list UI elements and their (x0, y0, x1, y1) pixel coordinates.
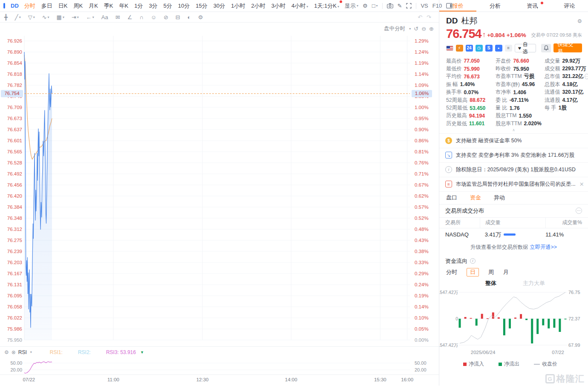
pattern-icon[interactable]: ▦▾ (57, 14, 64, 20)
period-4小时[interactable]: 4小时▾ (291, 2, 308, 10)
period-周K[interactable]: 周K (73, 2, 83, 10)
collapse-stats-icon[interactable]: ∧ (439, 128, 588, 133)
period-日K[interactable]: 日K (58, 2, 68, 10)
rsi-settings-icon[interactable]: ⚙ (4, 349, 9, 355)
fundflow-tab-周[interactable]: 周 (488, 268, 494, 276)
intraday-chart[interactable]: 76.9261.29%76.8901.24%76.8541.19%76.8181… (0, 23, 439, 346)
zoom-out-icon[interactable]: ⊖ (421, 26, 426, 32)
rsi-chart[interactable]: 50.0050.0020.0020.00 (0, 357, 439, 374)
fundflow-tab-分时[interactable]: 分时 (446, 268, 457, 276)
period-30分[interactable]: 30分 (213, 2, 225, 10)
notice-item[interactable]: ↘支持卖空 卖空参考利率 3% 卖空池剩余 171.66万股 (439, 148, 588, 163)
alert-bell-button[interactable] (541, 44, 551, 52)
period-1小时[interactable]: 1小时 (231, 2, 245, 10)
table-row[interactable]: NASDAQ3.41万11.41% (439, 228, 588, 241)
notice-item[interactable]: $支持融资 融资保证金率 50% (439, 134, 588, 148)
period-3分[interactable]: 3分 (149, 2, 157, 10)
app-icon[interactable] (3, 3, 5, 9)
volume-value: 3.41万 (485, 231, 501, 239)
period-15分[interactable]: 15分 (196, 2, 207, 10)
draw-pencil-icon[interactable]: ✎ (398, 3, 402, 9)
period-多日[interactable]: 多日 (41, 2, 52, 10)
delete-drawings-icon[interactable]: ⊟ (176, 14, 180, 20)
tab-资讯[interactable]: 资讯 (514, 0, 551, 12)
arrow-icon[interactable]: ←▾ (86, 14, 94, 20)
stat-row: 委 比-67.11% (496, 96, 545, 104)
reset-view-icon[interactable]: ↺ (414, 26, 418, 32)
svg-text:76.492: 76.492 (7, 171, 22, 176)
info-icon[interactable]: i (470, 258, 476, 264)
crosshair-icon[interactable]: ╋ (4, 14, 8, 20)
emoji-icon[interactable]: ☺ (151, 14, 156, 20)
more-icon[interactable]: ⋯ (585, 74, 588, 79)
tab-异动[interactable]: 异动 (494, 194, 505, 202)
svg-text:0.29%: 0.29% (415, 271, 429, 276)
notice-item[interactable]: ≡市场监管总局暂停对杜邦中国集团有限公司的反垄...✕ (439, 177, 588, 192)
fundflow-view-整体[interactable]: 整体 (485, 279, 496, 287)
chevron-down-icon[interactable]: ▾ (30, 350, 32, 354)
display-menu[interactable]: 显示▾ (345, 2, 358, 10)
fundflow-chart[interactable]: 1547.42万76.75072.37-1547.42万67.992025/06… (439, 289, 588, 359)
period-年K[interactable]: 年K (119, 2, 128, 10)
angle-icon[interactable]: ∠ (127, 14, 133, 20)
period-1分[interactable]: 1分 (134, 2, 143, 10)
zoom-in-icon[interactable]: ⊕ (429, 26, 434, 32)
rsi-close-icon[interactable]: ⊗ (12, 349, 16, 355)
stat-value: 76.673 (464, 74, 480, 80)
fundflow-tab-日[interactable]: 日 (467, 268, 479, 277)
compare-icon[interactable]: ◐ (187, 14, 191, 20)
tab-评论[interactable]: 评论 (551, 0, 588, 12)
period-2小时[interactable]: 2小时 (251, 2, 265, 10)
current-symbol[interactable]: DD (11, 3, 19, 9)
chart-mode-label[interactable]: 盘中分时 (384, 25, 405, 32)
rsi-label[interactable]: RSI (18, 349, 27, 355)
period-1天:1分K[interactable]: 1天:1分K▾ (314, 2, 339, 10)
text-tool-icon[interactable]: Aa (101, 14, 108, 20)
period-季K[interactable]: 季K (104, 2, 113, 10)
tab-报价[interactable]: 报价 (439, 0, 476, 12)
tab-分析[interactable]: 分析 (476, 0, 513, 12)
period-10分[interactable]: 10分 (178, 2, 190, 10)
fundflow-view-主力大单[interactable]: 主力大单 (523, 279, 545, 287)
hours-24-badge: 24 (466, 45, 473, 52)
trendline-icon[interactable]: ╱▾ (15, 14, 21, 20)
magnet-icon[interactable]: ∩ (139, 14, 143, 20)
shape-icon[interactable]: ▽▾ (28, 14, 35, 20)
tab-盘口[interactable]: 盘口 (446, 194, 457, 202)
draw-settings-icon[interactable]: ⚙ (198, 14, 203, 20)
stat-row: 昨收价75.950 (496, 65, 545, 72)
period-分时[interactable]: 分时 (24, 2, 35, 10)
close-icon[interactable]: ✕ (579, 181, 584, 187)
period-月K[interactable]: 月K (89, 2, 98, 10)
svg-text:76.058: 76.058 (7, 304, 22, 309)
legend-label: 净流入 (469, 360, 484, 368)
period-5分[interactable]: 5分 (164, 2, 172, 10)
chart-settings-icon[interactable]: ⚙ (363, 3, 368, 9)
wave-icon[interactable]: ∿▾ (42, 14, 49, 20)
layout-grid-icon[interactable]: □▾ (372, 3, 378, 9)
chart-mode-control: 盘中分时 ▾ ↺ ⊖ ⊕ (384, 25, 434, 32)
more-icon[interactable]: ⋯ (576, 207, 582, 214)
fundflow-tab-月[interactable]: 月 (503, 268, 509, 276)
panel-settings-icon[interactable]: ⚙ (577, 18, 582, 24)
quote-header: DD 杜邦 ⚙ 76.754 ↑ +0.804 +1.06% 交易中 07/22… (439, 12, 588, 53)
stat-row: 历史最低11.601 (446, 120, 496, 127)
stat-label: 开盘价 (496, 58, 511, 65)
app-root: DD 分时多日日K周K月K季K年K1分3分5分10分15分30分1小时2小时3小… (0, 0, 588, 386)
measure-icon[interactable]: ⇥▾ (72, 14, 79, 20)
stat-value: 1股 (559, 104, 567, 112)
tab-资金[interactable]: 资金 (470, 194, 481, 202)
redo-icon[interactable]: ↷ (427, 14, 431, 20)
note-icon[interactable]: ✉ (115, 14, 120, 20)
watchlist-button[interactable]: ♥自选 (515, 44, 536, 52)
screenshot-icon[interactable] (387, 3, 393, 9)
rsi-legend: RSI1:RSI2:RSI3: 53.916 (35, 349, 136, 355)
notice-item[interactable]: i除权除息日：2025/08/29 (美东) 1股派股息0.41USD (439, 163, 588, 177)
period-3小时[interactable]: 3小时 (271, 2, 285, 10)
quick-trade-button[interactable]: 快捷交易 (553, 43, 582, 52)
hide-drawings-icon[interactable]: ⊘ (164, 14, 168, 20)
undo-icon[interactable]: ↶ (418, 14, 422, 20)
upgrade-link[interactable]: 立即开通>> (530, 244, 557, 251)
vs-button[interactable]: VS (421, 3, 428, 9)
fullscreen-icon[interactable] (406, 3, 412, 9)
